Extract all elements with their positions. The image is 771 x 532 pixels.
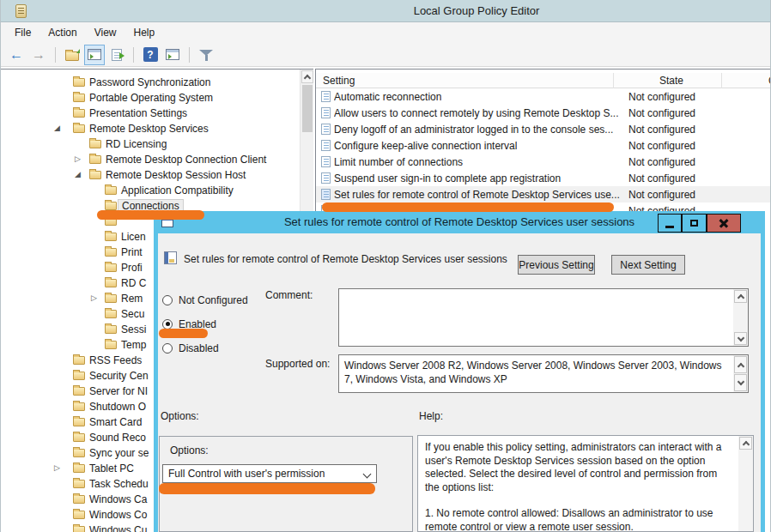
column-divider[interactable] xyxy=(613,73,614,88)
supported-on-value: Windows Server 2008 R2, Windows Server 2… xyxy=(344,359,729,386)
tree-item[interactable]: Portable Operating System xyxy=(1,90,296,106)
tree-item-label: Profi xyxy=(121,262,143,274)
menu-help[interactable]: Help xyxy=(125,24,164,41)
previous-setting-button[interactable]: Previous Setting xyxy=(518,255,595,275)
expander-collapsed-icon[interactable]: ▷ xyxy=(91,293,97,302)
scroll-up-button[interactable] xyxy=(739,437,752,450)
folder-icon xyxy=(73,402,85,411)
tree-item-label: Print xyxy=(121,246,143,258)
close-button[interactable] xyxy=(707,214,741,233)
policy-setting-icon xyxy=(321,156,331,167)
expander-collapsed-icon[interactable]: ▷ xyxy=(75,154,81,163)
scroll-down-button[interactable] xyxy=(734,374,747,391)
folder-icon xyxy=(105,248,117,257)
menu-view[interactable]: View xyxy=(86,24,125,41)
tree-item-label: RD Licensing xyxy=(106,138,167,150)
settings-row[interactable]: Allow users to connect remotely by using… xyxy=(316,105,771,121)
tree-item-label: Windows Ca xyxy=(89,493,147,505)
tree-item-label: Smart Card xyxy=(89,416,142,428)
tree-item[interactable]: Password Synchronization xyxy=(1,75,296,90)
settings-row[interactable]: Automatic reconnectionNot configured xyxy=(316,88,771,105)
folder-icon xyxy=(105,279,117,287)
highlight-connections xyxy=(97,210,204,220)
tree-item[interactable]: RD Licensing xyxy=(1,136,296,152)
show-action-pane-icon[interactable] xyxy=(162,45,183,65)
supported-on-box: Windows Server 2008 R2, Windows Server 2… xyxy=(338,354,749,393)
maximize-button[interactable] xyxy=(682,214,707,233)
menu-action[interactable]: Action xyxy=(39,24,85,41)
highlight-settings-row xyxy=(322,203,614,212)
radio-button-icon xyxy=(162,295,173,305)
radio-disabled[interactable]: Disabled xyxy=(162,342,219,354)
show-console-tree-icon[interactable] xyxy=(62,45,82,65)
supported-scrollbar[interactable] xyxy=(733,355,748,392)
tree-item-label: Sessi xyxy=(121,323,146,336)
next-setting-button[interactable]: Next Setting xyxy=(611,255,685,275)
tree-item-label: Windows Cu xyxy=(89,524,147,532)
tree-item[interactable]: ◢Remote Desktop Services xyxy=(1,121,296,136)
setting-name: Configure keep-alive connection interval xyxy=(334,140,517,152)
filter-funnel-icon xyxy=(198,48,214,62)
expander-collapsed-icon[interactable]: ▷ xyxy=(54,463,60,472)
tree-item-label: Presentation Settings xyxy=(89,107,187,119)
expander-open-icon[interactable]: ◢ xyxy=(54,124,60,132)
setting-name: Automatic reconnection xyxy=(334,91,441,103)
export-list-icon[interactable] xyxy=(106,45,127,65)
help-text: If you enable this policy setting, admin… xyxy=(425,441,727,532)
console-window-icon[interactable] xyxy=(84,45,105,65)
folder-icon xyxy=(73,356,85,365)
folder-icon xyxy=(105,263,117,272)
control-level-dropdown[interactable]: Full Control with user's permission xyxy=(162,464,377,483)
scroll-up-button[interactable] xyxy=(734,290,747,303)
help-box: If you enable this policy setting, admin… xyxy=(417,435,754,532)
folder-icon xyxy=(73,387,85,396)
tree-item[interactable]: ▷Remote Desktop Connection Client xyxy=(1,152,296,167)
tree-item[interactable]: Presentation Settings xyxy=(1,106,296,121)
scroll-up-button[interactable] xyxy=(301,70,313,83)
help-label: Help: xyxy=(419,410,443,422)
settings-row[interactable]: Configure keep-alive connection interval… xyxy=(316,137,771,154)
expander-open-icon[interactable]: ◢ xyxy=(75,170,81,178)
help-icon[interactable]: ? xyxy=(140,45,161,65)
column-divider[interactable] xyxy=(721,73,722,88)
scroll-down-button[interactable] xyxy=(734,332,747,345)
tree-item-label: Remote Desktop Session Host xyxy=(106,169,246,181)
maximize-icon xyxy=(690,220,698,227)
comment-label: Comment: xyxy=(265,289,313,301)
help-scrollbar[interactable] xyxy=(738,436,753,531)
comment-scrollbar[interactable] xyxy=(733,289,748,346)
tree-item-label: Licen xyxy=(121,231,146,243)
forward-icon[interactable]: → xyxy=(28,45,49,65)
chevron-up-icon xyxy=(737,294,744,301)
folder-icon xyxy=(105,186,117,195)
policy-setting-icon xyxy=(321,107,331,118)
back-icon[interactable]: ← xyxy=(6,45,27,65)
folder-icon xyxy=(73,464,85,473)
setting-name: Deny logoff of an administrator logged i… xyxy=(334,124,613,136)
chevron-down-icon xyxy=(737,334,744,341)
chevron-up-icon xyxy=(304,75,311,82)
toolbar: ←→? xyxy=(1,43,771,67)
settings-row[interactable]: Deny logoff of an administrator logged i… xyxy=(316,121,771,137)
minimize-button[interactable] xyxy=(658,214,682,233)
options-group-label: Options: xyxy=(170,444,209,456)
export-list-icon xyxy=(112,49,122,61)
radio-not-configured[interactable]: Not Configured xyxy=(162,293,248,306)
settings-row[interactable]: Set rules for remote control of Remote D… xyxy=(316,186,771,203)
settings-row[interactable]: Suspend user sign-in to complete app reg… xyxy=(316,170,771,186)
settings-row[interactable]: Limit number of connectionsNot configure… xyxy=(316,154,771,170)
column-header-state[interactable]: State xyxy=(622,75,721,87)
menu-bar: FileActionViewHelp xyxy=(1,22,771,43)
help-paragraph: If you enable this policy setting, admin… xyxy=(425,441,727,494)
tree-item[interactable]: Application Compatibility xyxy=(1,183,296,198)
window-title: Local Group Policy Editor xyxy=(181,4,771,17)
tree-item[interactable]: ◢Remote Desktop Session Host xyxy=(1,167,296,183)
scroll-up-button[interactable] xyxy=(734,356,747,373)
setting-state: Not configured xyxy=(628,189,695,201)
comment-textarea[interactable] xyxy=(338,288,749,347)
menu-file[interactable]: File xyxy=(6,24,39,41)
folder-icon xyxy=(73,511,85,519)
column-header-setting[interactable]: Setting xyxy=(323,75,355,87)
scrollbar-thumb[interactable] xyxy=(302,85,313,132)
filter-icon[interactable] xyxy=(196,45,216,65)
